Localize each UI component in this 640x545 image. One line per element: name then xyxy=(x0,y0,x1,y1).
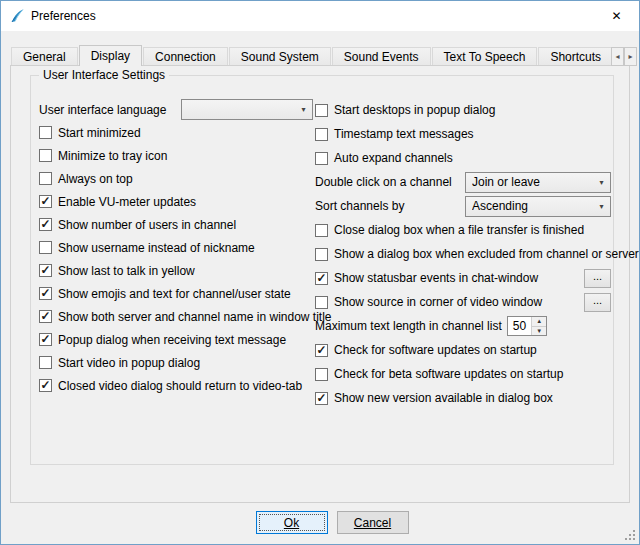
checkbox[interactable] xyxy=(39,379,52,392)
cancel-button[interactable]: Cancel xyxy=(337,511,409,534)
checkbox-row[interactable]: Show both server and channel name in win… xyxy=(39,305,313,328)
tab-bar: General Display Connection Sound System … xyxy=(11,45,613,66)
tab-label: Shortcuts xyxy=(550,50,601,64)
checkbox-row[interactable]: Show new version available in dialog box xyxy=(315,386,611,410)
checkbox-label[interactable]: Show username instead of nickname xyxy=(58,241,255,255)
checkbox-label[interactable]: Check for software updates on startup xyxy=(334,343,537,357)
checkbox[interactable] xyxy=(39,333,52,346)
checkbox-label[interactable]: Enable VU-meter updates xyxy=(58,195,196,209)
left-checkbox-list: Start minimized Minimize to tray icon Al… xyxy=(39,121,313,397)
right-checkbox-list-mid: Close dialog box when a file transfer is… xyxy=(315,218,611,266)
checkbox[interactable] xyxy=(315,224,328,237)
checkbox-label[interactable]: Timestamp text messages xyxy=(334,127,474,141)
checkbox-row[interactable]: Show last to talk in yellow xyxy=(39,259,313,282)
checkbox-label[interactable]: Close dialog box when a file transfer is… xyxy=(334,223,584,237)
checkbox-label[interactable]: Show last to talk in yellow xyxy=(58,264,195,278)
max-text-length-spinbox[interactable]: 50 ▲ ▼ xyxy=(507,316,547,336)
video-source-row: Show source in corner of video window ..… xyxy=(315,290,611,314)
checkbox-row[interactable]: Show a dialog box when excluded from cha… xyxy=(315,242,611,266)
checkbox[interactable] xyxy=(39,310,52,323)
tab[interactable]: Text To Speech xyxy=(432,47,538,66)
tab[interactable]: Connection xyxy=(143,47,228,66)
tab[interactable]: Sound Events xyxy=(332,47,431,66)
checkbox-label[interactable]: Check for beta software updates on start… xyxy=(334,367,563,381)
checkbox-label[interactable]: Show new version available in dialog box xyxy=(334,391,553,405)
scroll-left-icon: ◂ xyxy=(615,52,619,61)
checkbox[interactable] xyxy=(315,128,328,141)
tab-label: Sound System xyxy=(241,50,319,64)
checkbox-row[interactable]: Timestamp text messages xyxy=(315,122,611,146)
checkbox[interactable] xyxy=(315,392,328,405)
checkbox-row[interactable]: Start desktops in popup dialog xyxy=(315,98,611,122)
checkbox[interactable] xyxy=(315,248,328,261)
checkbox[interactable] xyxy=(39,218,52,231)
checkbox-label[interactable]: Show number of users in channel xyxy=(58,218,236,232)
checkbox-row[interactable]: Show username instead of nickname xyxy=(39,236,313,259)
titlebar[interactable]: Preferences ✕ xyxy=(1,1,639,31)
checkbox-statusbar-events[interactable] xyxy=(315,272,328,285)
spin-down-icon[interactable]: ▼ xyxy=(532,327,546,336)
checkbox-label[interactable]: Show both server and channel name in win… xyxy=(58,310,332,324)
checkbox-label[interactable]: Show a dialog box when excluded from cha… xyxy=(334,247,639,261)
language-combobox[interactable]: ▾ xyxy=(181,99,313,120)
checkbox-row[interactable]: Check for beta software updates on start… xyxy=(315,362,611,386)
close-button[interactable]: ✕ xyxy=(594,1,639,31)
checkbox-row[interactable]: Minimize to tray icon xyxy=(39,144,313,167)
spinbox-value[interactable]: 50 xyxy=(508,317,531,335)
checkbox[interactable] xyxy=(39,356,52,369)
ok-button[interactable]: Ok xyxy=(256,511,328,534)
checkbox-label[interactable]: Closed video dialog should return to vid… xyxy=(58,379,302,393)
checkbox-label[interactable]: Show source in corner of video window xyxy=(334,295,542,309)
checkbox-row[interactable]: Check for software updates on startup xyxy=(315,338,611,362)
sort-channels-combobox[interactable]: Ascending ▾ xyxy=(465,196,611,217)
tab[interactable]: General xyxy=(11,47,78,66)
tab[interactable]: Sound System xyxy=(229,47,331,66)
tab[interactable]: Display xyxy=(79,45,142,66)
double-click-row: Double click on a channel Join or leave … xyxy=(315,170,611,194)
checkbox-row[interactable]: Start minimized xyxy=(39,121,313,144)
checkbox-row[interactable]: Always on top xyxy=(39,167,313,190)
tab-scroll-right-button[interactable]: ▸ xyxy=(624,47,637,66)
checkbox-row[interactable]: Show emojis and text for channel/user st… xyxy=(39,282,313,305)
checkbox[interactable] xyxy=(39,241,52,254)
double-click-combobox[interactable]: Join or leave ▾ xyxy=(465,172,611,193)
resize-grip[interactable] xyxy=(624,529,637,542)
checkbox-label[interactable]: Show statusbar events in chat-window xyxy=(334,271,538,285)
checkbox-label[interactable]: Start minimized xyxy=(58,126,141,140)
checkbox-label[interactable]: Start video in popup dialog xyxy=(58,356,200,370)
checkbox[interactable] xyxy=(315,152,328,165)
checkbox-row[interactable]: Auto expand channels xyxy=(315,146,611,170)
sort-channels-row: Sort channels by Ascending ▾ xyxy=(315,194,611,218)
checkbox-row[interactable]: Closed video dialog should return to vid… xyxy=(39,374,313,397)
checkbox-label[interactable]: Minimize to tray icon xyxy=(58,149,167,163)
checkbox-label[interactable]: Always on top xyxy=(58,172,133,186)
checkbox-row[interactable]: Show number of users in channel xyxy=(39,213,313,236)
checkbox-label[interactable]: Auto expand channels xyxy=(334,151,453,165)
checkbox-label[interactable]: Popup dialog when receiving text message xyxy=(58,333,286,347)
checkbox[interactable] xyxy=(39,195,52,208)
checkbox-label[interactable]: Show emojis and text for channel/user st… xyxy=(58,287,291,301)
checkbox[interactable] xyxy=(39,287,52,300)
checkbox-video-source[interactable] xyxy=(315,296,328,309)
preferences-dialog: Preferences ✕ General Display Connection… xyxy=(0,0,640,545)
checkbox-row[interactable]: Start video in popup dialog xyxy=(39,351,313,374)
checkbox[interactable] xyxy=(39,172,52,185)
checkbox-label[interactable]: Start desktops in popup dialog xyxy=(334,103,495,117)
left-column: User interface language ▾ Start minimize… xyxy=(39,98,313,397)
checkbox[interactable] xyxy=(39,264,52,277)
checkbox[interactable] xyxy=(315,368,328,381)
combobox-value: Join or leave xyxy=(472,175,593,189)
checkbox[interactable] xyxy=(315,104,328,117)
checkbox[interactable] xyxy=(315,344,328,357)
checkbox-row[interactable]: Popup dialog when receiving text message xyxy=(39,328,313,351)
tab-scroll-left-button[interactable]: ◂ xyxy=(611,47,624,66)
statusbar-events-more-button[interactable]: ... xyxy=(584,269,611,288)
checkbox[interactable] xyxy=(39,149,52,162)
tab[interactable]: Shortcuts xyxy=(538,47,613,66)
checkbox-row[interactable]: Enable VU-meter updates xyxy=(39,190,313,213)
user-interface-settings-group: User Interface Settings User interface l… xyxy=(30,75,614,465)
checkbox-row[interactable]: Close dialog box when a file transfer is… xyxy=(315,218,611,242)
spin-up-icon[interactable]: ▲ xyxy=(532,317,546,327)
checkbox[interactable] xyxy=(39,126,52,139)
video-source-more-button[interactable]: ... xyxy=(584,293,611,312)
